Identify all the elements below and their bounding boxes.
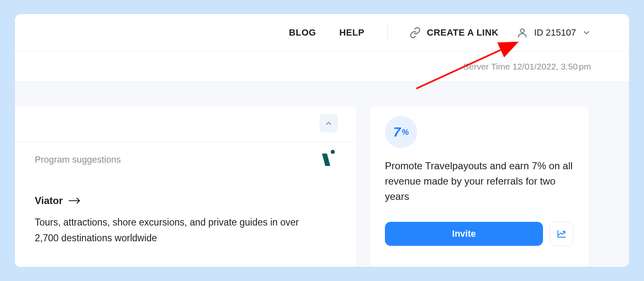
user-icon xyxy=(517,27,528,38)
svg-point-1 xyxy=(521,29,524,32)
invite-button[interactable]: Invite xyxy=(385,222,543,246)
user-id-label: ID 215107 xyxy=(534,27,576,38)
user-menu[interactable]: ID 215107 xyxy=(517,27,591,38)
program-link[interactable]: Viator xyxy=(35,195,336,207)
chart-up-icon xyxy=(557,229,567,239)
chevron-down-icon xyxy=(582,28,591,37)
subheader: Server Time 12/01/2022, 3:50 pm xyxy=(15,51,629,82)
referral-card: 7% Promote Travelpayouts and earn 7% on … xyxy=(370,107,589,267)
badge-percent: % xyxy=(401,127,409,137)
server-time-label: Server Time 12/01/2022, 3:50 pm xyxy=(463,62,591,72)
program-row: Program suggestions Viator Tours, att xyxy=(15,154,356,246)
content-area: Program suggestions Viator Tours, att xyxy=(15,82,629,267)
app-window: BLOG HELP CREATE A LINK ID 215107 Server… xyxy=(15,14,629,267)
promo-text: Promote Travelpayouts and earn 7% on all… xyxy=(385,158,574,204)
stats-button[interactable] xyxy=(550,222,574,246)
program-name: Viator xyxy=(35,195,63,207)
section-label: Program suggestions xyxy=(35,154,336,165)
program-description: Tours, attractions, shore excursions, an… xyxy=(35,215,316,246)
blog-link[interactable]: BLOG xyxy=(289,27,316,38)
link-icon xyxy=(409,27,421,38)
header-divider xyxy=(387,23,388,42)
card-divider xyxy=(15,142,356,142)
create-link-label: CREATE A LINK xyxy=(427,27,498,38)
arrow-right-icon xyxy=(69,197,81,204)
header: BLOG HELP CREATE A LINK ID 215107 xyxy=(15,14,629,51)
svg-point-2 xyxy=(331,150,335,154)
collapse-button[interactable] xyxy=(320,114,338,132)
badge-number: 7 xyxy=(393,125,401,140)
viator-logo xyxy=(321,149,336,168)
program-suggestions-card: Program suggestions Viator Tours, att xyxy=(15,107,356,267)
chevron-up-icon xyxy=(324,119,333,127)
create-link-button[interactable]: CREATE A LINK xyxy=(409,27,498,38)
help-link[interactable]: HELP xyxy=(339,27,365,38)
seven-percent-badge: 7% xyxy=(385,116,417,148)
cta-row: Invite xyxy=(385,222,574,246)
